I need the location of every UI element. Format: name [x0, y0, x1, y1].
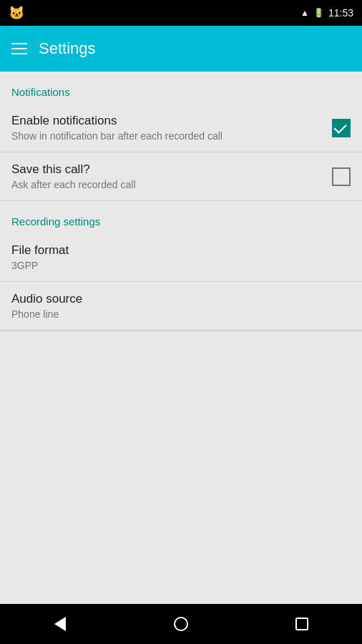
hamburger-icon[interactable] [11, 43, 27, 54]
back-button[interactable] [46, 610, 74, 638]
app-bar: Settings [0, 26, 362, 72]
enable-notifications-title: Enable notifications [11, 114, 321, 128]
save-call-text: Save this call? Ask after each recorded … [11, 162, 321, 190]
enable-notifications-subtitle: Show in notification bar after each reco… [11, 130, 321, 142]
file-format-title: File format [11, 243, 351, 258]
signal-icon: ▲ [300, 8, 309, 18]
home-icon [174, 617, 188, 631]
save-call-title: Save this call? [11, 162, 321, 177]
audio-source-title: Audio source [11, 292, 351, 306]
back-icon [54, 617, 66, 631]
save-call-subtitle: Ask after each recorded call [11, 179, 321, 190]
nav-bar [0, 604, 362, 644]
page-title: Settings [39, 39, 96, 58]
audio-source-text: Audio source Phone line [11, 292, 351, 320]
status-bar: 🐱 ▲ 🔋 11:53 [0, 0, 362, 26]
enable-notifications-item[interactable]: Enable notifications Show in notificatio… [0, 104, 362, 152]
audio-source-item[interactable]: Audio source Phone line [0, 282, 362, 331]
save-call-checkbox[interactable] [332, 167, 351, 186]
time-display: 11:53 [328, 7, 353, 19]
file-format-text: File format 3GPP [11, 243, 351, 271]
file-format-item[interactable]: File format 3GPP [0, 233, 362, 282]
recent-icon [295, 618, 308, 630]
cat-icon: 🐱 [9, 5, 24, 21]
audio-source-value: Phone line [11, 308, 351, 320]
file-format-value: 3GPP [11, 260, 351, 271]
battery-icon: 🔋 [313, 8, 324, 18]
recent-button[interactable] [288, 610, 316, 638]
notifications-section-header: Notifications [0, 72, 362, 104]
enable-notifications-checkbox[interactable] [332, 119, 351, 137]
status-bar-left: 🐱 [9, 5, 24, 21]
recording-settings-section-header: Recording settings [0, 201, 362, 233]
enable-notifications-text: Enable notifications Show in notificatio… [11, 114, 321, 142]
settings-content: Notifications Enable notifications Show … [0, 72, 362, 604]
save-call-item[interactable]: Save this call? Ask after each recorded … [0, 152, 362, 201]
home-button[interactable] [167, 610, 195, 638]
bottom-divider [0, 331, 362, 331]
status-bar-right: ▲ 🔋 11:53 [300, 7, 353, 19]
